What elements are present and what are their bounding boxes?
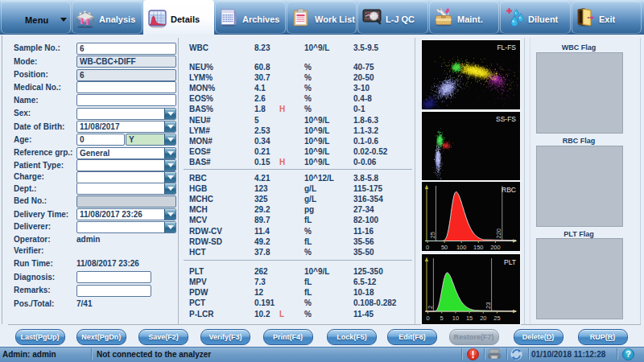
svg-text:10: 10 — [452, 315, 459, 322]
svg-text:PLT: PLT — [504, 258, 516, 266]
svg-text:150: 150 — [473, 244, 484, 251]
svg-text:25: 25 — [429, 232, 436, 238]
svg-text:50: 50 — [441, 244, 448, 251]
svg-text:?: ? — [625, 349, 630, 359]
svg-text:220: 220 — [495, 228, 502, 239]
svg-text:20: 20 — [480, 315, 486, 322]
svg-text:200: 200 — [490, 244, 501, 251]
svg-text:23: 23 — [485, 302, 492, 309]
svg-text:2: 2 — [427, 306, 434, 309]
svg-text:100: 100 — [456, 244, 467, 251]
svg-text:FL-FS: FL-FS — [497, 43, 516, 51]
svg-text:0: 0 — [426, 315, 429, 322]
svg-text:25: 25 — [493, 315, 500, 322]
svg-text:0: 0 — [426, 244, 429, 251]
svg-text:5: 5 — [440, 315, 444, 322]
svg-text:SS-FS: SS-FS — [496, 115, 516, 123]
svg-text:15: 15 — [466, 315, 473, 322]
svg-text:RBC: RBC — [502, 186, 516, 194]
